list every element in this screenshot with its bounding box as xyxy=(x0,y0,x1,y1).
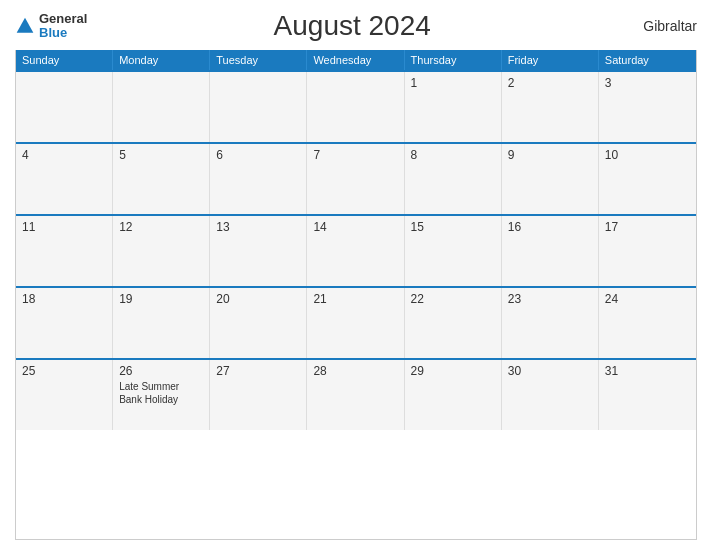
day-number: 30 xyxy=(508,364,592,378)
logo-blue-text: Blue xyxy=(39,26,87,40)
day-number: 27 xyxy=(216,364,300,378)
day-number: 21 xyxy=(313,292,397,306)
day-cell: 7 xyxy=(307,144,404,214)
day-cell: 4 xyxy=(16,144,113,214)
day-cell: 22 xyxy=(405,288,502,358)
day-cell: 28 xyxy=(307,360,404,430)
day-number: 8 xyxy=(411,148,495,162)
day-cell: 19 xyxy=(113,288,210,358)
week-row-2: 45678910 xyxy=(16,142,696,214)
day-number: 16 xyxy=(508,220,592,234)
calendar-page: General Blue August 2024 Gibraltar Sunda… xyxy=(0,0,712,550)
day-cell: 11 xyxy=(16,216,113,286)
day-number: 13 xyxy=(216,220,300,234)
day-cell: 29 xyxy=(405,360,502,430)
week-row-5: 2526Late Summer Bank Holiday2728293031 xyxy=(16,358,696,430)
day-cell: 5 xyxy=(113,144,210,214)
header: General Blue August 2024 Gibraltar xyxy=(15,10,697,42)
weeks: 1234567891011121314151617181920212223242… xyxy=(16,70,696,430)
day-number: 19 xyxy=(119,292,203,306)
day-number: 18 xyxy=(22,292,106,306)
day-number: 31 xyxy=(605,364,690,378)
day-cell: 12 xyxy=(113,216,210,286)
week-row-4: 18192021222324 xyxy=(16,286,696,358)
day-number: 17 xyxy=(605,220,690,234)
day-cell: 10 xyxy=(599,144,696,214)
day-cell: 1 xyxy=(405,72,502,142)
logo-general-text: General xyxy=(39,12,87,26)
day-cell: 9 xyxy=(502,144,599,214)
day-cell: 26Late Summer Bank Holiday xyxy=(113,360,210,430)
day-cell: 17 xyxy=(599,216,696,286)
day-number: 14 xyxy=(313,220,397,234)
day-number: 7 xyxy=(313,148,397,162)
day-cell xyxy=(210,72,307,142)
day-cell: 25 xyxy=(16,360,113,430)
day-number: 12 xyxy=(119,220,203,234)
day-header-monday: Monday xyxy=(113,50,210,70)
day-cell: 8 xyxy=(405,144,502,214)
day-number: 2 xyxy=(508,76,592,90)
day-header-saturday: Saturday xyxy=(599,50,696,70)
day-number: 28 xyxy=(313,364,397,378)
day-cell: 23 xyxy=(502,288,599,358)
logo: General Blue xyxy=(15,12,87,41)
day-header-friday: Friday xyxy=(502,50,599,70)
month-title: August 2024 xyxy=(87,10,617,42)
day-number: 25 xyxy=(22,364,106,378)
calendar: SundayMondayTuesdayWednesdayThursdayFrid… xyxy=(15,50,697,540)
day-cell: 15 xyxy=(405,216,502,286)
day-number: 9 xyxy=(508,148,592,162)
day-cell: 2 xyxy=(502,72,599,142)
day-cell xyxy=(307,72,404,142)
day-headers: SundayMondayTuesdayWednesdayThursdayFrid… xyxy=(16,50,696,70)
day-cell: 6 xyxy=(210,144,307,214)
day-number: 26 xyxy=(119,364,203,378)
day-number: 24 xyxy=(605,292,690,306)
country-label: Gibraltar xyxy=(617,18,697,34)
logo-text: General Blue xyxy=(39,12,87,41)
day-cell: 31 xyxy=(599,360,696,430)
day-cell: 21 xyxy=(307,288,404,358)
day-cell: 18 xyxy=(16,288,113,358)
day-number: 20 xyxy=(216,292,300,306)
svg-marker-0 xyxy=(17,18,34,33)
day-cell: 27 xyxy=(210,360,307,430)
day-number: 6 xyxy=(216,148,300,162)
logo-icon xyxy=(15,16,35,36)
day-cell: 24 xyxy=(599,288,696,358)
day-cell: 16 xyxy=(502,216,599,286)
day-cell: 14 xyxy=(307,216,404,286)
day-number: 1 xyxy=(411,76,495,90)
week-row-1: 123 xyxy=(16,70,696,142)
day-header-wednesday: Wednesday xyxy=(307,50,404,70)
week-row-3: 11121314151617 xyxy=(16,214,696,286)
day-number: 29 xyxy=(411,364,495,378)
day-header-tuesday: Tuesday xyxy=(210,50,307,70)
day-header-sunday: Sunday xyxy=(16,50,113,70)
day-number: 23 xyxy=(508,292,592,306)
day-cell: 3 xyxy=(599,72,696,142)
day-number: 4 xyxy=(22,148,106,162)
day-cell: 20 xyxy=(210,288,307,358)
day-number: 10 xyxy=(605,148,690,162)
event-label: Late Summer Bank Holiday xyxy=(119,380,203,406)
day-number: 5 xyxy=(119,148,203,162)
day-cell xyxy=(16,72,113,142)
day-number: 15 xyxy=(411,220,495,234)
day-cell: 13 xyxy=(210,216,307,286)
day-cell: 30 xyxy=(502,360,599,430)
day-cell xyxy=(113,72,210,142)
day-number: 22 xyxy=(411,292,495,306)
day-number: 3 xyxy=(605,76,690,90)
day-number: 11 xyxy=(22,220,106,234)
day-header-thursday: Thursday xyxy=(405,50,502,70)
